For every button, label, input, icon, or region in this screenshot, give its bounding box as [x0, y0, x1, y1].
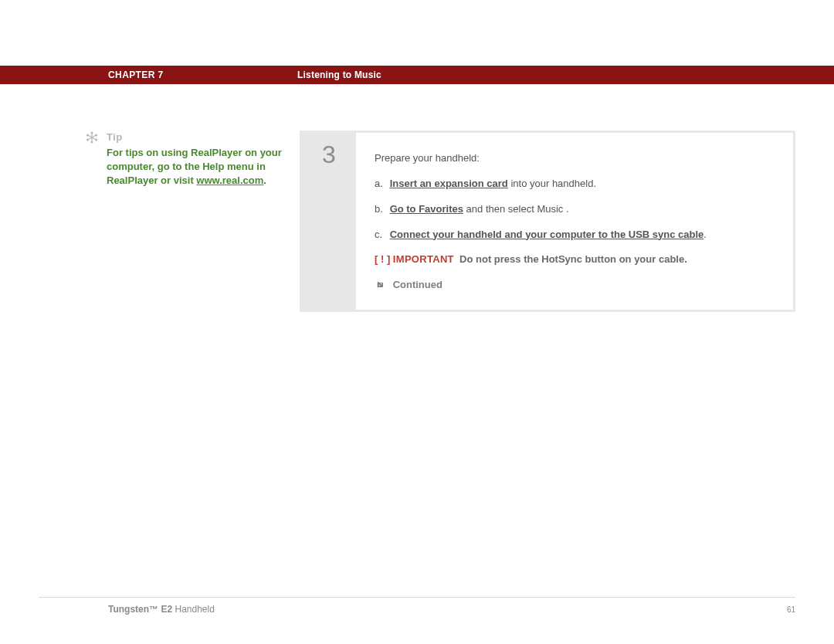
step-item-b: b. Go to Favorites and then select Music…: [375, 202, 775, 217]
tip-sidebar: Tip For tips on using RealPlayer on your…: [85, 130, 300, 188]
step-item-c: c. Connect your handheld and your comput…: [375, 228, 775, 242]
important-note: [ ! ] IMPORTANT Do not press the HotSync…: [375, 253, 775, 267]
chapter-label: CHAPTER 7: [108, 69, 297, 80]
step-item-a: a. Insert an expansion card into your ha…: [375, 177, 775, 192]
favorites-link[interactable]: Go to Favorites: [390, 203, 463, 215]
important-label: IMPORTANT: [393, 253, 454, 265]
asterisk-icon: [85, 130, 99, 144]
tip-body-post: .: [263, 175, 266, 186]
continued-indicator: Continued: [375, 278, 775, 293]
footer-product: Tungsten™ E2 Handheld: [108, 604, 215, 615]
step-number: 3: [302, 133, 356, 310]
important-text: Do not press the HotSync button on your …: [459, 253, 687, 265]
usb-cable-link[interactable]: Connect your handheld and your computer …: [390, 229, 704, 240]
step-intro: Prepare your handheld:: [375, 151, 775, 166]
important-bracket-icon: [ ! ]: [375, 253, 390, 265]
tip-link[interactable]: www.real.com: [196, 175, 263, 186]
page-number: 61: [787, 605, 795, 614]
continued-label: Continued: [393, 279, 442, 290]
tip-label: Tip: [107, 130, 123, 144]
step-panel: 3 Prepare your handheld: a. Insert an ex…: [300, 130, 795, 312]
page-footer: Tungsten™ E2 Handheld 61: [39, 597, 795, 615]
continued-arrow-icon: [375, 280, 385, 290]
header-bar: CHAPTER 7 Listening to Music: [0, 66, 834, 84]
step-body: Prepare your handheld: a. Insert an expa…: [356, 133, 793, 310]
insert-card-link[interactable]: Insert an expansion card: [390, 178, 508, 189]
chapter-title: Listening to Music: [297, 69, 381, 80]
